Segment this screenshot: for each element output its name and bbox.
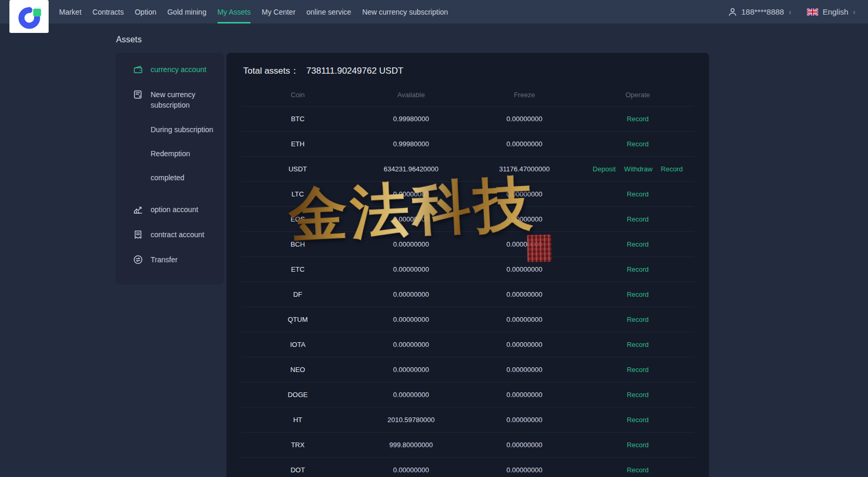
withdraw-link[interactable]: Withdraw [624, 165, 653, 173]
record-link[interactable]: Record [627, 466, 649, 474]
available-cell: 0.00000000 [355, 391, 468, 399]
table-row-doge: DOGE0.000000000.00000000Record [241, 382, 694, 407]
total-assets-line: Total assets： 738111.90249762 USDT [241, 53, 694, 83]
wallet-icon [133, 64, 143, 75]
sidebar-item-label: completed [151, 172, 185, 183]
top-nav: MarketContractsOptionGold miningMy Asset… [0, 0, 868, 24]
operate-cell: Record [581, 416, 694, 424]
sidebar-item-new-currency-subscription[interactable]: ¥New currency subscription [115, 82, 224, 118]
total-assets-value: 738111.90249762 USDT [306, 66, 404, 76]
record-link[interactable]: Record [627, 215, 649, 223]
sidebar-divider-space [115, 190, 224, 197]
sidebar-item-label: option account [151, 204, 198, 215]
nav-item-new-currency-subscription[interactable]: New currency subscription [362, 0, 448, 24]
total-assets-label: Total assets： [243, 65, 299, 77]
freeze-cell: 0.00000000 [468, 366, 581, 374]
freeze-cell: 0.00000000 [468, 466, 581, 474]
record-link[interactable]: Record [627, 140, 649, 148]
brand-logo-icon [17, 5, 41, 29]
language-menu[interactable]: English ‹ [807, 7, 855, 16]
record-link[interactable]: Record [627, 316, 649, 323]
record-link[interactable]: Record [627, 391, 649, 399]
nav-item-online-service[interactable]: online service [306, 0, 351, 24]
operate-cell: Record [581, 190, 694, 198]
logo[interactable] [9, 0, 49, 33]
sidebar-item-redemption[interactable]: Redemption [115, 142, 224, 166]
nav-item-market[interactable]: Market [59, 0, 82, 24]
column-header-freeze: Freeze [468, 91, 581, 99]
record-link[interactable]: Record [627, 190, 649, 198]
sidebar-item-option-account[interactable]: option account [115, 197, 224, 222]
column-header-operate: Operate [581, 91, 694, 99]
sidebar-item-label: New currency subscription [151, 89, 214, 110]
available-cell: 0.00000000 [355, 265, 468, 273]
operate-cell: DepositWithdrawRecord [581, 165, 694, 173]
freeze-cell: 0.00000000 [468, 290, 581, 298]
table-row-usdt: USDT634231.9642000031176.47000000Deposit… [241, 156, 694, 181]
record-link[interactable]: Record [627, 265, 649, 273]
user-icon [728, 7, 737, 17]
nav-item-my-assets[interactable]: My Assets [218, 0, 251, 24]
table-row-etc: ETC0.000000000.00000000Record [241, 257, 694, 282]
nav-item-option[interactable]: Option [135, 0, 156, 24]
sidebar-item-completed[interactable]: completed [115, 166, 224, 190]
coin-cell: ETH [241, 140, 355, 148]
coin-cell: USDT [241, 165, 355, 173]
doc-icon: ¥ [133, 89, 143, 100]
table-body: BTC0.999800000.00000000RecordETH0.999800… [241, 106, 694, 477]
language-chevron-icon: ‹ [853, 8, 855, 16]
coin-cell: EOS [241, 215, 355, 223]
deposit-link[interactable]: Deposit [593, 165, 616, 173]
coin-cell: IOTA [241, 341, 355, 348]
operate-cell: Record [581, 441, 694, 449]
sidebar-item-during-subscription[interactable]: During subscription [115, 118, 224, 142]
operate-cell: Record [581, 240, 694, 248]
available-cell: 0.00000000 [355, 366, 468, 374]
assets-panel: Total assets： 738111.90249762 USDT CoinA… [226, 53, 709, 477]
coin-cell: DF [241, 290, 355, 298]
freeze-cell: 0.00000000 [468, 441, 581, 449]
available-cell: 0.00000000 [355, 341, 468, 348]
table-row-iota: IOTA0.000000000.00000000Record [241, 332, 694, 357]
user-phone: 188****8888 [741, 7, 784, 16]
column-header-coin: Coin [241, 91, 355, 99]
chart-icon [133, 204, 143, 215]
uk-flag-icon [807, 8, 818, 16]
record-link[interactable]: Record [661, 165, 683, 173]
available-cell: 634231.96420000 [355, 165, 468, 173]
sidebar: currency account¥New currency subscripti… [115, 53, 224, 285]
record-link[interactable]: Record [627, 240, 649, 248]
user-menu[interactable]: 188****8888 ‹ [728, 7, 791, 17]
available-cell: 999.80000000 [355, 441, 468, 449]
available-cell: 0.00000000 [355, 290, 468, 298]
main-nav: MarketContractsOptionGold miningMy Asset… [59, 0, 448, 24]
nav-item-contracts[interactable]: Contracts [93, 0, 124, 24]
sidebar-item-transfer[interactable]: Transfer [115, 247, 224, 272]
operate-cell: Record [581, 391, 694, 399]
record-link[interactable]: Record [627, 341, 649, 348]
record-link[interactable]: Record [627, 416, 649, 424]
nav-item-gold-mining[interactable]: Gold mining [167, 0, 207, 24]
freeze-cell: 0.00000000 [468, 341, 581, 348]
available-cell: 0.00000000 [355, 240, 468, 248]
record-link[interactable]: Record [627, 115, 649, 123]
operate-cell: Record [581, 215, 694, 223]
available-cell: 2010.59780000 [355, 416, 468, 424]
transfer-icon [133, 254, 143, 265]
coin-cell: BTC [241, 115, 355, 123]
nav-item-my-center[interactable]: My Center [261, 0, 295, 24]
record-link[interactable]: Record [627, 366, 649, 374]
sidebar-item-contract-account[interactable]: contract account [115, 222, 224, 247]
coin-cell: BCH [241, 240, 355, 248]
record-link[interactable]: Record [627, 441, 649, 449]
main-content: Assets currency account¥New currency sub… [0, 24, 868, 477]
freeze-cell: 31176.47000000 [468, 165, 581, 173]
record-link[interactable]: Record [627, 290, 649, 298]
svg-text:¥: ¥ [139, 95, 141, 98]
sidebar-item-label: During subscription [151, 124, 213, 135]
freeze-cell: 0.00000000 [468, 190, 581, 198]
freeze-cell: 0.00000000 [468, 115, 581, 123]
nav-right: 188****8888 ‹ English ‹ [728, 0, 868, 24]
available-cell: 0.00000000 [355, 466, 468, 474]
sidebar-item-currency-account[interactable]: currency account [115, 57, 224, 82]
